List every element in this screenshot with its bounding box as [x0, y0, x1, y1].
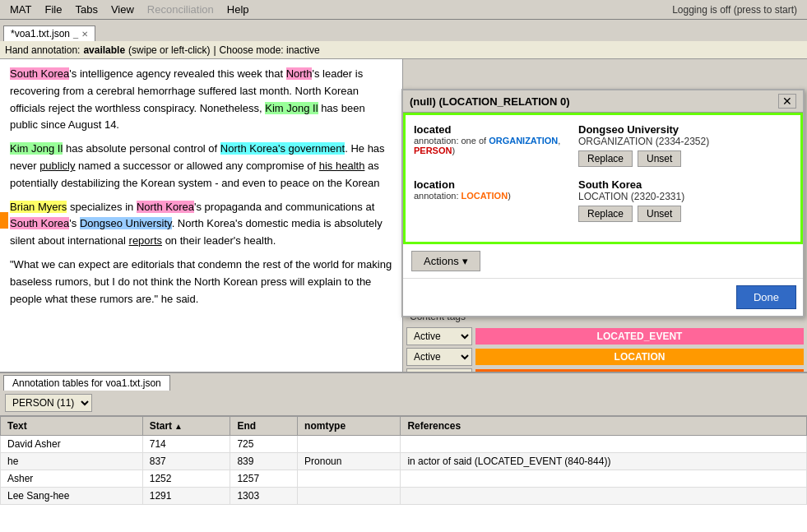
table-row[interactable]: Asher12521257	[1, 470, 807, 488]
location-unset-button[interactable]: Unset	[638, 206, 681, 222]
col-references[interactable]: References	[401, 417, 807, 436]
text-para-1: South Korea's intelligence agency reveal…	[10, 66, 392, 134]
tag-row-2: Active Inactive LOCATION	[406, 348, 804, 366]
entity-north-korea-2[interactable]: North Korea	[137, 201, 194, 213]
annotation-table: Text Start End nomtype References David …	[0, 416, 807, 505]
located-anno-text: annotation: one of	[414, 136, 486, 146]
popup-location-label: location annotation: LOCATION)	[414, 178, 578, 201]
menubar: MAT File Tabs View Reconciliation Help L…	[0, 0, 807, 20]
text-para-2: Kim Jong Il has absolute personal contro…	[10, 141, 392, 192]
entity-north-korea-govt[interactable]: North Korea's government	[220, 142, 345, 155]
tag-select-1[interactable]: Active Inactive	[406, 327, 472, 345]
popup-located-row: located annotation: one of ORGANIZATION,…	[414, 123, 792, 167]
entity-kim-jong-il-1[interactable]: Kim Jong Il	[265, 102, 318, 114]
tag-badge-located-event[interactable]: LOCATED_EVENT	[475, 328, 804, 345]
entity-kim-jong-il-2[interactable]: Kim Jong Il	[10, 142, 63, 155]
popup-header: (null) (LOCATION_RELATION 0) ✕	[403, 90, 803, 113]
menu-view[interactable]: View	[104, 2, 141, 17]
tabbar: *voa1.txt.json _ ✕	[0, 20, 807, 41]
menu-file[interactable]: File	[38, 2, 68, 17]
status-swipe-hint: (swipe or left-click)	[128, 44, 210, 56]
bottom-tab-main[interactable]: Annotation tables for voa1.txt.json	[3, 375, 170, 391]
table-row[interactable]: David Asher714725	[1, 436, 807, 453]
menu-tabs[interactable]: Tabs	[68, 2, 104, 17]
table-row[interactable]: Lee Sang-hee12911303	[1, 488, 807, 505]
cell-end: 839	[230, 453, 298, 470]
location-val-detail: LOCATION (2320-2331)	[578, 191, 792, 202]
popup-location-row: location annotation: LOCATION) South Kor…	[414, 178, 792, 222]
text-para-4: "What we can expect are editorials that …	[10, 257, 392, 308]
logging-status: Logging is off (press to start)	[666, 2, 804, 17]
cell-text: David Asher	[1, 436, 143, 453]
entity-north-1[interactable]: North	[286, 67, 313, 80]
table-header-row: Text Start End nomtype References	[1, 417, 807, 436]
entity-dongseo[interactable]: Dongseo University	[80, 217, 172, 229]
entity-south-korea-1[interactable]: South Korea	[10, 67, 69, 80]
located-replace-button[interactable]: Replace	[578, 150, 633, 167]
located-type-org: ORGANIZATION	[489, 136, 558, 146]
location-replace-button[interactable]: Replace	[578, 206, 633, 222]
cell-start: 1291	[142, 488, 230, 505]
located-val-detail: ORGANIZATION (2334-2352)	[578, 136, 792, 147]
cell-start: 714	[142, 436, 230, 453]
location-val-range: (2320-2331)	[631, 191, 684, 202]
menu-reconciliation[interactable]: Reconciliation	[141, 2, 220, 17]
col-text[interactable]: Text	[1, 417, 143, 436]
cell-nomtype	[298, 436, 401, 453]
cell-nomtype: Pronoun	[298, 453, 401, 470]
menu-mat[interactable]: MAT	[3, 2, 38, 17]
cell-end: 1303	[230, 488, 298, 505]
located-val-range: (2334-2352)	[656, 136, 709, 147]
col-start[interactable]: Start	[142, 417, 230, 436]
location-val-name: South Korea	[578, 178, 792, 191]
location-val-type: LOCATION	[578, 191, 628, 202]
popup-location-value: South Korea LOCATION (2320-2331) Replace…	[578, 178, 792, 222]
located-unset-button[interactable]: Unset	[638, 150, 681, 167]
tag-badge-location[interactable]: LOCATION	[475, 349, 804, 365]
actions-button[interactable]: Actions ▾	[411, 251, 480, 271]
located-type-person: PERSON	[414, 146, 452, 155]
menu-help[interactable]: Help	[220, 2, 256, 17]
annotation-table-area: Text Start End nomtype References David …	[0, 416, 807, 532]
col-end[interactable]: End	[230, 417, 298, 436]
popup-located-value: Dongseo University ORGANIZATION (2334-23…	[578, 123, 792, 167]
entity-brian-myers[interactable]: Brian Myers	[10, 201, 67, 213]
located-val-type: ORGANIZATION	[578, 136, 652, 147]
text-his-health: his health	[319, 160, 365, 172]
popup-footer: Done	[403, 278, 803, 316]
popup-actions: Actions ▾	[403, 244, 803, 278]
popup-close-button[interactable]: ✕	[778, 94, 796, 109]
status-hand-label: Hand annotation:	[5, 44, 80, 56]
status-available: available	[83, 44, 125, 56]
text-reports: reports	[129, 234, 162, 247]
popup-located-label: located annotation: one of ORGANIZATION,…	[414, 123, 578, 155]
actions-dropdown-icon: ▾	[462, 255, 468, 267]
cell-text: he	[1, 453, 143, 470]
col-nomtype[interactable]: nomtype	[298, 417, 401, 436]
popup-title: (null) (LOCATION_RELATION 0)	[410, 95, 570, 108]
done-button[interactable]: Done	[736, 285, 796, 309]
location-anno-text: annotation:	[414, 191, 458, 201]
actions-label: Actions	[424, 255, 459, 267]
entity-south-korea-2[interactable]: South Korea	[10, 217, 69, 229]
table-row[interactable]: he837839Pronounin actor of said (LOCATED…	[1, 453, 807, 470]
cell-text: Asher	[1, 470, 143, 488]
tag-select-2[interactable]: Active Inactive	[406, 348, 472, 366]
location-type: LOCATION	[461, 191, 508, 201]
location-field-anno: annotation: LOCATION)	[414, 191, 578, 201]
located-field-anno: annotation: one of ORGANIZATION, PERSON)	[414, 136, 578, 155]
orange-marker	[0, 212, 8, 229]
cell-start: 1252	[142, 470, 230, 488]
tag-row-1: Active Inactive LOCATED_EVENT	[406, 327, 804, 345]
located-btn-row: Replace Unset	[578, 150, 792, 167]
bottom-area: Annotation tables for voa1.txt.json PERS…	[0, 372, 807, 532]
cell-references: in actor of said (LOCATED_EVENT (840-844…	[401, 453, 807, 470]
cell-references	[401, 470, 807, 488]
cell-nomtype	[298, 470, 401, 488]
tab-minimize[interactable]: _	[73, 29, 78, 39]
main-tab[interactable]: *voa1.txt.json _ ✕	[3, 25, 95, 41]
tab-close-icon[interactable]: ✕	[81, 30, 88, 39]
cell-start: 837	[142, 453, 230, 470]
status-separator: |	[213, 44, 216, 56]
entity-type-select[interactable]: PERSON (11)	[5, 394, 92, 412]
